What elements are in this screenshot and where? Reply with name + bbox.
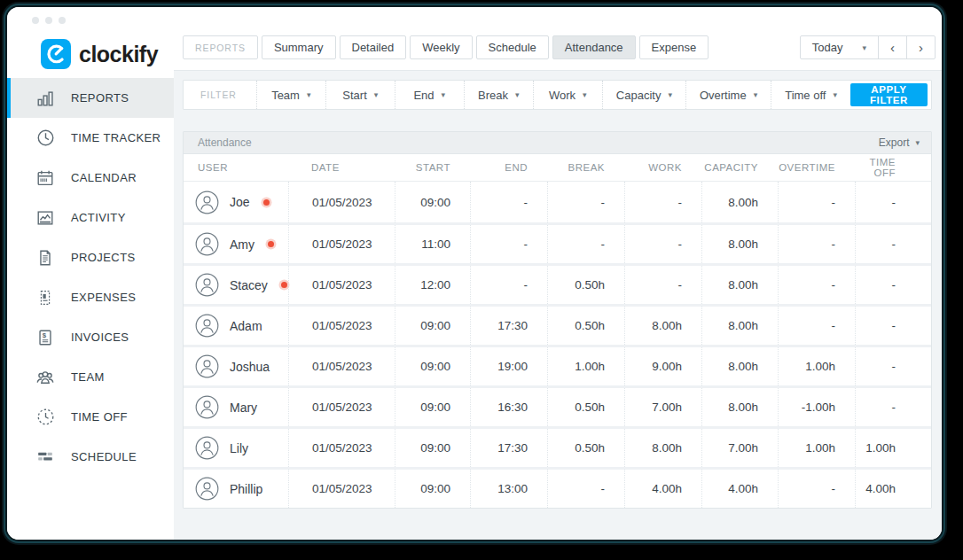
app-logo: clockify: [7, 34, 174, 78]
next-period-button[interactable]: ›: [906, 36, 935, 58]
break-cell: -: [547, 470, 624, 508]
clockify-logo-icon: [41, 39, 71, 69]
sidebar-item-label: SCHEDULE: [71, 450, 137, 463]
column-header-capacity: CAPACITY: [701, 162, 778, 173]
attendance-report-card: Attendance Export ▾ USERDATESTARTENDBREA…: [183, 131, 932, 509]
filter-work[interactable]: Work▾: [533, 81, 602, 109]
overtime-cell: -: [778, 182, 855, 222]
time-off-cell: -: [855, 347, 931, 385]
time-off-cell: -: [855, 388, 931, 426]
filter-label-text: Break: [478, 89, 508, 102]
tab-schedule[interactable]: Schedule: [476, 35, 549, 59]
date-range-button[interactable]: Today ▾: [801, 36, 878, 58]
column-header-date: DATE: [288, 162, 395, 173]
prev-period-button[interactable]: ‹: [878, 36, 906, 58]
work-cell: 4.00h: [624, 470, 701, 508]
sidebar-item-schedule[interactable]: SCHEDULE: [7, 437, 174, 477]
tab-expense[interactable]: Expense: [639, 35, 709, 59]
date-cell: 01/05/2023: [288, 182, 395, 222]
chevron-down-icon: ▾: [307, 90, 311, 99]
invoice-icon: $: [35, 327, 56, 348]
tab-weekly[interactable]: Weekly: [410, 35, 472, 59]
user-cell: Joshua: [184, 347, 288, 385]
end-cell: -: [470, 182, 547, 222]
window-control-dot: [45, 17, 52, 24]
break-cell: 0.50h: [547, 388, 624, 426]
capacity-cell: 8.00h: [701, 347, 778, 385]
date-cell: 01/05/2023: [288, 307, 395, 345]
filter-capacity[interactable]: Capacity▾: [602, 81, 685, 109]
break-cell: 0.50h: [547, 307, 624, 345]
sidebar-item-label: CALENDAR: [71, 171, 137, 184]
start-cell: 09:00: [395, 388, 470, 426]
user-avatar-icon: [195, 354, 219, 378]
time-off-cell: -: [855, 307, 931, 345]
sidebar-item-team[interactable]: TEAM: [7, 357, 174, 397]
user-cell: Lily: [184, 429, 288, 467]
user-name: Adam: [230, 319, 262, 333]
sidebar-item-reports[interactable]: REPORTS: [7, 78, 174, 118]
break-cell: -: [547, 225, 624, 263]
export-button[interactable]: Export ▾: [879, 136, 920, 149]
sidebar-item-time-tracker[interactable]: TIME TRACKER: [7, 118, 174, 158]
user-cell: Stacey: [184, 266, 288, 304]
time-off-cell: 4.00h: [855, 470, 931, 508]
filter-time-off[interactable]: Time off▾: [771, 81, 850, 109]
end-cell: -: [470, 266, 547, 304]
capacity-cell: 7.00h: [701, 429, 778, 467]
filter-end[interactable]: End▾: [395, 81, 464, 109]
start-cell: 09:00: [395, 182, 470, 222]
chevron-down-icon: ▾: [515, 90, 520, 99]
apply-filter-button[interactable]: APPLY FILTER: [850, 83, 928, 106]
activity-chart-icon: [35, 207, 56, 229]
table-row: Adam01/05/202309:0017:300.50h8.00h8.00h-…: [184, 304, 931, 345]
filter-start[interactable]: Start▾: [325, 81, 395, 109]
sidebar-item-calendar[interactable]: CALENDAR: [7, 158, 174, 198]
svg-text:$: $: [43, 331, 47, 339]
tab-detailed[interactable]: Detailed: [340, 35, 407, 59]
start-cell: 12:00: [395, 266, 470, 304]
date-cell: 01/05/2023: [288, 225, 395, 263]
sidebar-item-activity[interactable]: ACTIVITY: [7, 198, 174, 237]
break-cell: -: [547, 182, 624, 222]
user-cell: Phillip: [184, 470, 288, 508]
work-cell: -: [624, 266, 701, 304]
chevron-down-icon: ▾: [374, 90, 379, 99]
table-row: Phillip01/05/202309:0013:00-4.00h4.00h-4…: [184, 467, 931, 508]
date-cell: 01/05/2023: [288, 388, 395, 426]
receipt-icon: [35, 287, 56, 308]
filter-label-text: Work: [549, 89, 575, 102]
sidebar-item-time-off[interactable]: TIME OFF: [7, 397, 174, 437]
sidebar-item-label: PROJECTS: [71, 251, 136, 264]
sidebar-item-expenses[interactable]: EXPENSES: [7, 277, 174, 317]
main-area: REPORTS SummaryDetailedWeeklyScheduleAtt…: [174, 34, 942, 540]
filter-break[interactable]: Break▾: [464, 81, 533, 109]
end-cell: -: [470, 225, 547, 263]
tracking-indicator-dot: [263, 199, 270, 206]
user-avatar-icon: [195, 436, 219, 460]
start-cell: 09:00: [395, 307, 470, 345]
sidebar-item-projects[interactable]: PROJECTS: [7, 237, 174, 277]
capacity-cell: 4.00h: [701, 470, 778, 508]
tab-summary[interactable]: Summary: [262, 35, 336, 59]
column-header-user: USER: [184, 162, 288, 173]
break-cell: 1.00h: [547, 347, 624, 385]
filter-team[interactable]: Team▾: [256, 81, 325, 109]
tab-attendance[interactable]: Attendance: [552, 35, 636, 59]
filter-overtime[interactable]: Overtime▾: [685, 81, 771, 109]
table-body: Joe01/05/202309:00---8.00h--Amy01/05/202…: [184, 182, 931, 508]
sidebar-item-invoices[interactable]: $INVOICES: [7, 317, 174, 357]
table-row: Joshua01/05/202309:0019:001.00h9.00h8.00…: [184, 345, 931, 385]
user-name: Mary: [230, 401, 257, 415]
time-off-cell: -: [855, 225, 931, 263]
clock-icon: [35, 128, 56, 149]
end-cell: 17:30: [470, 307, 547, 345]
sidebar-item-label: TEAM: [71, 370, 105, 384]
column-header-work: WORK: [624, 162, 701, 173]
table-row: Amy01/05/202311:00---8.00h--: [184, 222, 931, 263]
filter-label-text: End: [413, 89, 434, 102]
user-name: Lily: [230, 441, 248, 455]
user-avatar-icon: [195, 232, 219, 256]
user-avatar-icon: [195, 273, 219, 297]
filter-items: Team▾Start▾End▾Break▾Work▾Capacity▾Overt…: [256, 81, 850, 109]
